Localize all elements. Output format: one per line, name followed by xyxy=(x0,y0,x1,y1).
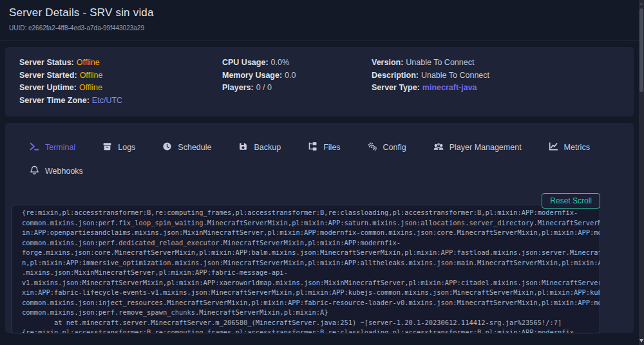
status-row: Server Time Zone:Etc/UTC xyxy=(19,95,222,107)
server-tabs-panel: Terminal Logs Schedule Backup Files Conf xyxy=(5,123,634,333)
terminal-output[interactable]: {re:mixin,pl:accesstransformer:B,re:comp… xyxy=(12,205,600,333)
server-status-panel: Server Status:Offline Server Started:Off… xyxy=(5,47,634,117)
tab-label: Schedule xyxy=(178,143,211,152)
reset-scroll-button[interactable]: Reset Scroll xyxy=(542,193,600,209)
tab-bar: Terminal Logs Schedule Backup Files Conf xyxy=(5,140,634,178)
field-label: Server Status: xyxy=(19,58,74,67)
gears-icon xyxy=(368,142,377,153)
field-value: Offline xyxy=(77,58,100,67)
box-archive-icon xyxy=(102,142,112,153)
field-label: Server Uptime: xyxy=(19,83,77,92)
status-row: Players:0 / 0 xyxy=(222,82,372,95)
tab-label: Backup xyxy=(254,143,281,152)
field-value: Etc/UTC xyxy=(92,96,122,105)
scrollbar-up-arrow[interactable] xyxy=(639,0,644,8)
page-title: Server Details - SRV sin vida xyxy=(9,6,630,19)
terminal-line: xin:APP:fabric-lifecycle-events-v1.mixin… xyxy=(22,288,597,298)
status-column-usage: CPU Usage:0.0% Memory Usage:0.0 Players:… xyxy=(222,57,372,107)
page-header: Server Details - SRV sin vida UUID: e266… xyxy=(0,0,639,41)
status-row: CPU Usage:0.0% xyxy=(222,57,372,70)
bell-icon xyxy=(30,165,39,177)
tab-logs[interactable]: Logs xyxy=(102,140,135,154)
tab-label: Files xyxy=(323,143,340,152)
save-icon xyxy=(238,142,248,153)
field-value: Unable To Connect xyxy=(421,71,489,80)
field-label: CPU Usage: xyxy=(222,58,269,67)
folder-tree-icon xyxy=(308,142,317,153)
tab-webhooks[interactable]: Webhooks xyxy=(30,164,83,178)
field-label: Description: xyxy=(372,71,419,80)
tab-label: Webhooks xyxy=(45,167,83,176)
status-column-state: Server Status:Offline Server Started:Off… xyxy=(19,57,222,107)
field-label: Server Time Zone: xyxy=(19,96,90,105)
tab-backup[interactable]: Backup xyxy=(238,140,281,154)
field-value: Offline xyxy=(80,71,103,80)
terminal-line: common.mixins.json:perf.remove_spawn_chu… xyxy=(22,308,597,318)
status-row: Server Uptime:Offline xyxy=(19,82,222,95)
terminal-line: common.mixins.json:perf.fix_loop_spin_wa… xyxy=(22,218,597,228)
field-label: Server Started: xyxy=(19,71,77,80)
scrollbar-thumb[interactable] xyxy=(639,8,643,92)
field-value: minecraft-java xyxy=(422,83,477,92)
status-row: Server Started:Offline xyxy=(19,70,222,82)
terminal-line: common.mixins.json:perf.dedicated_reload… xyxy=(22,238,597,248)
tab-metrics[interactable]: Metrics xyxy=(549,140,590,154)
terminal-toolbar: Reset Scroll xyxy=(5,193,634,209)
terminal-line: .mixins.json:MixinMinecraftServer,pl:mix… xyxy=(22,268,597,278)
field-value: 0.0 xyxy=(285,71,296,80)
tab-terminal[interactable]: Terminal xyxy=(30,140,75,154)
field-value: 0 / 0 xyxy=(256,83,272,92)
tab-files[interactable]: Files xyxy=(308,140,340,154)
terminal-line: forge.mixins.json:core.MinecraftServerMi… xyxy=(22,248,597,258)
field-label: Players: xyxy=(222,83,254,92)
tab-label: Config xyxy=(383,143,406,152)
terminal-line: at net.minecraft.server.MinecraftServer.… xyxy=(22,318,597,328)
status-column-meta: Version:Unable To Connect Description:Un… xyxy=(372,57,627,107)
field-label: Server Type: xyxy=(372,83,420,92)
page-scrollbar[interactable] xyxy=(639,0,644,345)
tab-schedule[interactable]: Schedule xyxy=(162,140,211,154)
terminal-icon xyxy=(30,142,39,153)
terminal-line: {re:mixin,pl:accesstransformer:B,re:comp… xyxy=(22,328,597,333)
tab-config[interactable]: Config xyxy=(368,140,406,154)
field-label: Version: xyxy=(372,58,403,67)
tab-label: Logs xyxy=(118,143,135,152)
tab-label: Player Management xyxy=(450,143,522,152)
users-icon xyxy=(433,142,444,153)
field-label: Memory Usage: xyxy=(222,71,282,80)
status-row: Memory Usage:0.0 xyxy=(222,70,372,82)
terminal-line: in:APP:openpartiesandclaims.mixins.json:… xyxy=(22,228,597,238)
scrollbar-down-arrow[interactable] xyxy=(639,337,644,344)
clock-icon xyxy=(162,142,172,153)
server-uuid: UUID: e2662fa2-4ff8-4ed3-a7da-99f443023a… xyxy=(9,24,630,32)
field-value: Unable To Connect xyxy=(406,58,474,67)
tab-player-management[interactable]: Player Management xyxy=(433,140,522,154)
field-value: Offline xyxy=(79,83,102,92)
status-row: Version:Unable To Connect xyxy=(372,57,627,70)
terminal-line: n,pl:mixin:APP:immersive_optimization.mi… xyxy=(22,258,597,268)
tab-label: Metrics xyxy=(564,143,590,152)
chart-line-icon xyxy=(549,142,558,153)
server-details-page: Server Details - SRV sin vida UUID: e266… xyxy=(0,0,639,345)
status-row: Server Type:minecraft-java xyxy=(372,82,627,95)
tab-label: Terminal xyxy=(45,143,75,152)
terminal-line: v1.mixins.json:MinecraftServerMixin,pl:m… xyxy=(22,278,597,288)
field-value: 0.0% xyxy=(271,58,290,67)
status-row: Server Status:Offline xyxy=(19,57,222,70)
terminal-line: {re:mixin,pl:accesstransformer:B,re:comp… xyxy=(22,208,597,218)
terminal-line: common.mixins.json:inject_resources.Mine… xyxy=(22,298,597,308)
status-row: Description:Unable To Connect xyxy=(372,70,627,82)
